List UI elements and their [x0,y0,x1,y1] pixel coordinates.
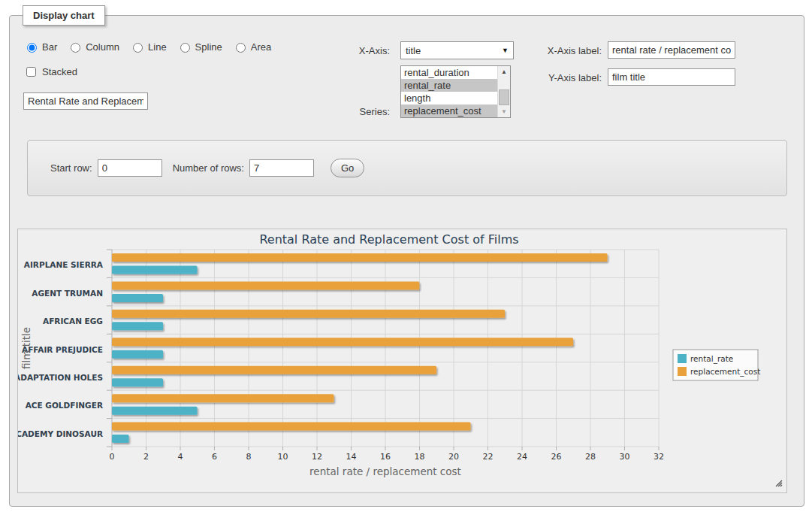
x-tick-label: 4 [178,452,183,462]
series-option-length[interactable]: length [401,92,497,105]
chart-container: 02468101214161820222426283032AIRPLANE SI… [17,229,787,493]
stacked-label: Stacked [42,66,77,77]
chart-legend[interactable]: rental_ratereplacement_cost [673,350,760,380]
category-label: ADAPTATION HOLES [18,373,103,382]
x-tick-label: 20 [448,452,459,462]
bar-replacement-cost-ace-goldfinger[interactable] [112,394,334,402]
x-axis-label-caption: X-Axis label: [534,45,602,56]
bar-replacement-cost-affair-prejudice[interactable] [112,338,573,346]
chart-type-label-bar: Bar [42,41,57,53]
bar-replacement-cost-adaptation-holes[interactable] [112,366,436,374]
series-options: rental_durationrental_ratelengthreplacem… [401,66,497,117]
chart-type-option-line[interactable]: Line [129,41,167,53]
x-tick-label: 26 [551,452,562,462]
chart-title: Rental Rate and Replacement Cost of Film… [259,232,518,247]
scroll-up-icon[interactable]: ▲ [498,66,510,77]
x-axis-select[interactable]: title ▼ [400,41,514,59]
x-tick-label: 30 [620,452,630,462]
x-tick-label: 2 [143,452,149,462]
chart-type-radio-line[interactable] [133,43,143,53]
bar-chart: 02468101214161820222426283032AIRPLANE SI… [18,229,786,492]
series-list-label: Series: [324,106,390,117]
x-tick-label: 6 [212,452,217,462]
chart-type-radio-column[interactable] [71,43,80,53]
y-axis-title: film title [20,327,32,369]
x-axis-label-input[interactable] [608,41,735,59]
series-scrollbar[interactable]: ▲ ▼ [497,66,510,117]
bar-rental-rate-affair-prejudice[interactable] [112,350,163,359]
go-button[interactable]: Go [331,159,364,177]
num-rows-label: Number of rows: [173,162,244,174]
chart-type-label-area: Area [251,41,271,53]
x-tick-label: 18 [415,452,425,462]
chart-title-input[interactable] [23,92,148,110]
start-row-input[interactable] [98,159,162,177]
x-tick-label: 22 [483,452,494,462]
bar-rental-rate-agent-truman[interactable] [112,294,163,302]
panel-title-label: Display chart [33,10,95,21]
x-tick-label: 0 [110,452,115,462]
chart-type-radio-bar[interactable] [27,43,37,53]
num-rows-input[interactable] [249,159,314,177]
start-row-label: Start row: [50,162,92,174]
x-tick-label: 24 [517,452,527,462]
x-tick-label: 16 [380,452,391,462]
series-option-rental-duration[interactable]: rental_duration [401,66,497,79]
x-axis-selected-value: title [406,45,502,56]
x-axis-select-label: X-Axis: [324,45,390,56]
bar-rental-rate-african-egg[interactable] [112,322,163,330]
bar-replacement-cost-airplane-sierra[interactable] [112,253,608,262]
stacked-checkbox-row[interactable]: Stacked [23,65,77,79]
dropdown-arrow-icon: ▼ [502,47,509,54]
chart-type-radio-group: BarColumnLineSplineArea [23,41,271,53]
bar-rental-rate-academy-dinosaur[interactable] [112,435,129,443]
series-option-replacement-cost[interactable]: replacement_cost [401,105,497,117]
series-option-rental-rate[interactable]: rental_rate [401,79,497,92]
x-tick-label: 8 [246,452,252,462]
x-axis-title: rental rate / replacement cost [309,465,461,477]
legend-swatch-rental-rate [678,354,687,363]
bar-replacement-cost-academy-dinosaur[interactable] [112,423,471,431]
legend-label-replacement-cost[interactable]: replacement_cost [690,367,760,377]
chart-type-option-area[interactable]: Area [232,41,271,53]
category-label: AFRICAN EGG [43,317,103,326]
scroll-down-icon[interactable]: ▼ [498,106,510,117]
bar-rental-rate-adaptation-holes[interactable] [112,378,163,386]
bar-replacement-cost-african-egg[interactable] [112,310,505,318]
panel-title: Display chart [23,5,105,26]
x-tick-label: 12 [312,452,322,462]
bar-replacement-cost-agent-truman[interactable] [112,281,419,289]
chart-type-radio-area[interactable] [236,43,246,53]
category-label: AIRPLANE SIERRA [24,260,104,269]
y-axis-label-caption: Y-Axis label: [534,72,602,83]
category-label: ACADEMY DINOSAUR [18,429,103,438]
chart-type-label-spline: Spline [195,41,222,53]
series-multiselect[interactable]: rental_durationrental_ratelengthreplacem… [400,65,511,118]
chart-type-label-column: Column [86,41,119,53]
bar-rental-rate-airplane-sierra[interactable] [112,266,198,274]
chart-type-label-line: Line [148,41,167,53]
legend-label-rental-rate[interactable]: rental_rate [690,354,733,364]
stacked-checkbox[interactable] [26,67,36,77]
scrollbar-thumb[interactable] [499,89,509,105]
display-chart-panel: Display chart BarColumnLineSplineArea St… [9,15,804,507]
x-tick-label: 28 [585,452,596,462]
category-label: ACE GOLDFINGER [26,401,103,410]
y-axis-label-input[interactable] [608,68,735,86]
chart-type-radio-spline[interactable] [180,43,190,53]
resize-handle-icon[interactable] [776,480,782,486]
x-tick-label: 14 [346,452,357,462]
category-label: AFFAIR PREJUDICE [22,345,103,354]
category-label: AGENT TRUMAN [32,289,103,298]
row-range-panel: Start row: Number of rows: Go [27,140,787,196]
chart-type-option-column[interactable]: Column [67,41,119,53]
x-tick-label: 32 [654,452,664,462]
legend-swatch-replacement-cost [678,367,687,376]
x-tick-label: 10 [278,452,288,462]
chart-type-option-spline[interactable]: Spline [177,41,222,53]
bar-rental-rate-ace-goldfinger[interactable] [112,407,198,415]
chart-type-option-bar[interactable]: Bar [23,41,57,53]
